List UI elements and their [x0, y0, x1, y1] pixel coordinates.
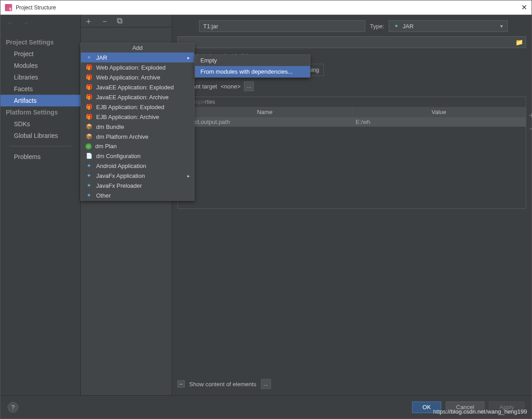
diamond-icon: ✦ — [85, 54, 93, 61]
add-menu-item-8[interactable]: 📦dm Platform Archive — [81, 132, 194, 141]
main: ← → Project Settings Project Modules Lib… — [0, 15, 532, 395]
submenu-arrow-icon: ▸ — [187, 173, 190, 178]
add-menu-item-9[interactable]: ✦dm Plan — [81, 141, 194, 151]
gift-icon: 🎁 — [85, 64, 93, 71]
add-menu-item-5[interactable]: 🎁EJB Application: Exploded — [81, 102, 194, 112]
sidebar-item-sdks[interactable]: SDKs — [0, 118, 80, 130]
sidebar-item-facets[interactable]: Facets — [0, 83, 80, 95]
jar-menu-item-0[interactable]: Empty — [195, 55, 310, 66]
forward-icon[interactable]: → — [21, 18, 29, 28]
jar-submenu: EmptyFrom modules with dependencies... — [195, 54, 310, 78]
bundle-icon: 📦 — [85, 133, 93, 140]
ant-properties-add-icon[interactable]: ＋ — [528, 110, 532, 120]
sidebar-heading-project-settings: Project Settings — [0, 36, 80, 48]
ant-properties-th-name: Name — [178, 107, 352, 117]
add-menu-item-label: JavaEE Application: Archive — [96, 94, 168, 101]
help-icon[interactable]: ? — [8, 402, 18, 413]
add-menu-item-label: JavaFx Application — [96, 172, 145, 179]
add-menu-item-4[interactable]: 🎁JavaEE Application: Archive — [81, 92, 194, 102]
add-menu-item-1[interactable]: 🎁Web Application: Exploded — [81, 62, 194, 72]
ok-button[interactable]: OK — [412, 401, 441, 413]
add-menu-item-12[interactable]: ✦JavaFx Application▸ — [81, 171, 194, 181]
apply-button[interactable]: Apply — [489, 401, 524, 413]
diamond-icon: ✦ — [85, 162, 93, 169]
add-menu-item-label: JavaFx Preloader — [96, 182, 142, 189]
add-menu-item-14[interactable]: ✦Other — [81, 190, 194, 200]
add-menu-item-11[interactable]: ✦Android Application — [81, 161, 194, 171]
add-menu-item-label: EJB Application: Exploded — [96, 104, 164, 110]
add-menu-item-label: dm Platform Archive — [96, 133, 148, 140]
ant-target-label: Ant target — [192, 83, 217, 90]
folder-icon[interactable]: 📁 — [515, 39, 523, 46]
ant-properties-remove-icon[interactable]: － — [528, 123, 532, 134]
add-menu-item-label: Web Application: Archive — [96, 74, 160, 81]
add-menu-item-label: Web Application: Exploded — [96, 64, 165, 71]
add-menu-item-label: JavaEE Application: Exploded — [96, 84, 174, 91]
add-popup-menu: Add ✦JAR▸🎁Web Application: Exploded🎁Web … — [80, 43, 195, 201]
dialog-footer: ? OK Cancel Apply — [0, 395, 532, 419]
ant-target-row: Run Ant target <none> ... — [177, 81, 526, 91]
sidebar-item-libraries[interactable]: Libraries — [0, 71, 80, 83]
plan-icon: ✦ — [85, 143, 92, 150]
show-content-bar: – Show content of elements ... — [177, 374, 526, 395]
back-icon[interactable]: ← — [6, 18, 14, 28]
jar-icon: ✦ — [393, 22, 400, 30]
ant-properties-title: Ant properties — [178, 97, 526, 107]
ant-property-name: artifact.output.path — [178, 117, 352, 127]
ant-properties-buttons: ＋ － — [528, 110, 532, 134]
add-menu-item-label: JAR — [96, 54, 107, 61]
name-input[interactable] — [199, 20, 365, 32]
add-menu-item-label: EJB Application: Archive — [96, 114, 159, 120]
ant-properties-row[interactable]: artifact.output.path E:/wh — [178, 117, 526, 127]
add-menu-item-3[interactable]: 🎁JavaEE Application: Exploded — [81, 82, 194, 92]
cfg-icon: 📄 — [85, 152, 93, 159]
sidebar: Project Settings Project Modules Librari… — [0, 15, 80, 395]
add-menu-item-0[interactable]: ✦JAR▸ — [81, 53, 194, 62]
sidebar-item-global-libraries[interactable]: Global Libraries — [0, 130, 80, 141]
jar-menu-item-1[interactable]: From modules with dependencies... — [195, 66, 310, 77]
add-popup-title: Add — [81, 43, 194, 53]
type-label: Type: — [370, 23, 384, 30]
gift2-icon: 🎁 — [85, 93, 93, 101]
show-content-browse-button[interactable]: ... — [261, 379, 271, 389]
show-content-label: Show content of elements — [189, 381, 257, 388]
sidebar-item-problems[interactable]: Problems — [0, 151, 80, 163]
add-menu-item-10[interactable]: 📄dm Configuration — [81, 151, 194, 161]
cancel-button[interactable]: Cancel — [446, 401, 484, 413]
diamond-icon: ✦ — [85, 172, 93, 179]
add-menu-item-label: dm Plan — [95, 143, 117, 150]
output-directory-input[interactable]: 📁 — [177, 36, 526, 48]
add-menu-item-2[interactable]: 🎁Web Application: Archive — [81, 72, 194, 82]
gift2-icon: 🎁 — [85, 84, 93, 91]
ant-target-browse-button[interactable]: ... — [244, 81, 254, 91]
ant-properties-panel: Ant properties Name Value artifact.outpu… — [177, 97, 526, 209]
add-menu-item-label: Other — [96, 192, 111, 199]
add-menu-item-label: Android Application — [96, 163, 146, 169]
close-icon[interactable]: ✕ — [521, 3, 527, 12]
add-icon[interactable]: ＋ — [84, 16, 93, 26]
diamond-icon: ✦ — [85, 182, 93, 189]
add-menu-item-13[interactable]: ✦JavaFx Preloader — [81, 181, 194, 190]
sidebar-heading-platform-settings: Platform Settings — [0, 106, 80, 118]
sidebar-item-artifacts[interactable]: Artifacts — [0, 95, 80, 106]
intellij-icon — [5, 4, 12, 11]
diamond-icon: ✦ — [85, 192, 93, 199]
remove-icon[interactable]: － — [101, 16, 109, 26]
copy-icon[interactable]: ⧉ — [117, 16, 123, 26]
nav-arrows: ← → — [6, 18, 29, 28]
ant-properties-th-value: Value — [352, 107, 526, 117]
collapse-icon[interactable]: – — [177, 380, 185, 388]
gbrown-icon: 🎁 — [85, 103, 93, 110]
sidebar-item-project[interactable]: Project — [0, 48, 80, 60]
add-menu-item-7[interactable]: 📦dm Bundle — [81, 122, 194, 132]
gbrown-icon: 🎁 — [85, 113, 93, 120]
ant-target-value: <none> — [221, 83, 240, 90]
add-menu-item-label: dm Bundle — [96, 123, 124, 130]
sidebar-divider — [9, 146, 71, 146]
ant-properties-header-row: Name Value — [178, 107, 526, 117]
add-menu-item-label: dm Configuration — [96, 153, 141, 159]
add-menu-item-6[interactable]: 🎁EJB Application: Archive — [81, 112, 194, 122]
bundle-icon: 📦 — [85, 123, 93, 130]
type-select[interactable]: ✦ JAR ▼ — [389, 20, 508, 32]
sidebar-item-modules[interactable]: Modules — [0, 60, 80, 71]
